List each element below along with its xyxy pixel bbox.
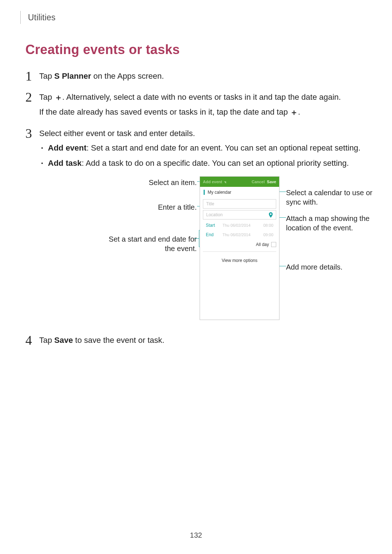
step-number: 3: [25, 128, 36, 139]
step-4: 4 Tap Save to save the event or task.: [25, 335, 367, 349]
callout-add-more: Add more details.: [286, 262, 343, 272]
text: : Set a start and end date for an event.…: [86, 143, 360, 152]
step-number: 4: [25, 335, 36, 346]
location-input[interactable]: Location: [203, 210, 276, 219]
bullet-dot-icon: [41, 147, 43, 149]
text: : Add a task to do on a specific date. Y…: [82, 159, 349, 168]
text-bold: S Planner: [54, 71, 91, 81]
step-2: 2 Tap ＋. Alternatively, select a date wi…: [25, 91, 367, 121]
callout-enter-title: Enter a title.: [158, 202, 197, 212]
cancel-button[interactable]: Cancel: [252, 176, 265, 188]
text: to save the event or task.: [73, 336, 164, 345]
text: Tap: [39, 93, 54, 102]
start-row[interactable]: Start Thu 06/02/2014 08:00: [203, 221, 276, 230]
step-body: Select either event or task and enter de…: [39, 128, 367, 325]
text-bold: Save: [54, 336, 73, 345]
map-pin-icon[interactable]: [269, 212, 273, 218]
all-day-label: All day: [256, 239, 269, 250]
all-day-row[interactable]: All day: [203, 240, 276, 249]
step-body: Tap Save to save the event or task.: [39, 335, 367, 349]
end-label: End: [206, 229, 222, 241]
text: Tap: [39, 336, 54, 345]
bullet-item: Add task: Add a task to do on a specific…: [39, 157, 367, 169]
breadcrumb-divider: [20, 11, 21, 24]
phone-header: Add event Cancel Save: [200, 177, 279, 187]
callout-select-calendar: Select a calendar to use or sync with.: [286, 188, 377, 207]
end-row[interactable]: End Thu 06/02/2014 09:00: [203, 230, 276, 239]
calendar-name: My calendar: [208, 186, 231, 198]
breadcrumb: Utilities: [20, 11, 367, 24]
placeholder: Location: [206, 209, 222, 221]
end-date: Thu 06/02/2014: [222, 229, 260, 241]
page-number: 132: [0, 531, 392, 539]
calendar-color-icon: [204, 190, 205, 195]
plus-icon: ＋: [290, 107, 298, 118]
page: Utilities Creating events or tasks 1 Tap…: [0, 0, 392, 554]
step-3: 3 Select either event or task and enter …: [25, 128, 367, 325]
header-dropdown[interactable]: Add event: [203, 176, 222, 188]
all-day-checkbox[interactable]: [271, 242, 276, 247]
placeholder: Title: [206, 198, 214, 210]
callout-leader: [194, 238, 199, 239]
figure: Select an item. Enter a title. Set a sta…: [73, 176, 356, 325]
step-1: 1 Tap S Planner on the Apps screen.: [25, 70, 367, 85]
plus-icon: ＋: [54, 92, 62, 103]
text: .: [298, 107, 300, 116]
phone-mockup: Add event Cancel Save My calendar Title: [200, 176, 279, 320]
text: Select either event or task and enter de…: [39, 128, 367, 139]
bullet-list: Add event: Set a start and end date for …: [39, 142, 367, 169]
breadcrumb-text: Utilities: [28, 13, 56, 22]
view-more-button[interactable]: View more options: [200, 252, 279, 269]
callout-select-item: Select an item.: [149, 178, 197, 187]
bullet-item: Add event: Set a start and end date for …: [39, 142, 367, 154]
step-number: 2: [25, 91, 36, 103]
text: If the date already has saved events or …: [39, 107, 290, 116]
title-input[interactable]: Title: [203, 199, 276, 209]
dropdown-triangle-icon: [224, 181, 226, 184]
text-bold: Add task: [48, 159, 82, 168]
steps-list: 1 Tap S Planner on the Apps screen. 2 Ta…: [25, 70, 367, 349]
text-bold: Add event: [48, 143, 86, 152]
step-number: 1: [25, 70, 36, 82]
calendar-selector[interactable]: My calendar: [200, 187, 279, 198]
bullet-dot-icon: [41, 163, 43, 164]
text: Tap: [39, 71, 54, 81]
save-button[interactable]: Save: [267, 176, 276, 188]
step-body: Tap ＋. Alternatively, select a date with…: [39, 91, 367, 121]
page-title: Creating events or tasks: [25, 42, 367, 57]
step-body: Tap S Planner on the Apps screen.: [39, 70, 367, 85]
text: on the Apps screen.: [91, 71, 164, 81]
callout-set-dates: Set a start and end date for the event.: [106, 234, 197, 253]
text: . Alternatively, select a date with no e…: [62, 93, 341, 102]
callout-attach-map: Attach a map showing the location of the…: [286, 214, 380, 233]
